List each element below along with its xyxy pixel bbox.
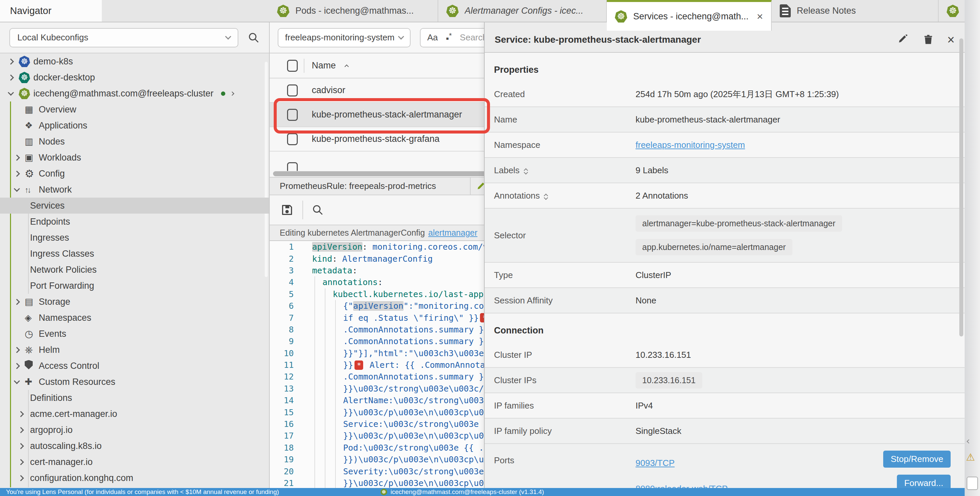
sidebar-item[interactable]: Access Control: [0, 358, 269, 374]
sidebar-item[interactable]: Services: [0, 197, 269, 214]
code-token: apiVersion: [353, 301, 404, 311]
sidebar-item[interactable]: Helm: [0, 342, 269, 358]
namespace-selector[interactable]: freeleaps-monitoring-system: [278, 28, 410, 48]
tree-chevron-icon[interactable]: [14, 154, 20, 161]
sidebar-item[interactable]: Workloads: [0, 149, 269, 165]
details-scrollbar[interactable]: [959, 38, 963, 337]
row-checkbox[interactable]: [287, 84, 298, 97]
sidebar-item[interactable]: Network Policies: [0, 262, 269, 278]
tab-close-icon[interactable]: ×: [757, 11, 763, 22]
sidebar-item[interactable]: Definitions: [0, 390, 269, 406]
close-icon[interactable]: ×: [947, 33, 955, 46]
app-tab[interactable]: ☸ Alertmanager Configs - icec...: [438, 0, 607, 22]
sidebar-item-label: Definitions: [30, 393, 72, 403]
applications-icon: [25, 120, 39, 131]
tree-chevron-icon[interactable]: [14, 378, 20, 384]
indent-guide: [314, 277, 315, 488]
search-icon[interactable]: [248, 32, 260, 44]
sidebar-item[interactable]: Nodes: [0, 134, 269, 149]
match-case-toggle[interactable]: Aa: [427, 32, 438, 43]
tree-chevron-icon[interactable]: [14, 299, 20, 305]
chevron-left-icon[interactable]: [967, 439, 971, 444]
sidebar-item[interactable]: argoproj.io: [0, 422, 269, 438]
sidebar-item[interactable]: ☸ icecheng@mathmast.com@freeleaps-cluste…: [0, 86, 269, 102]
tree-chevron-icon[interactable]: [14, 347, 20, 353]
tree-chevron-icon[interactable]: [18, 475, 24, 481]
resource-link[interactable]: alertmanager: [428, 228, 477, 238]
namespace-link[interactable]: freeleaps-monitoring-system: [636, 140, 745, 150]
cluster-connected-dot: [221, 91, 225, 96]
sidebar-item[interactable]: Custom Resources: [0, 374, 269, 390]
sidebar-item[interactable]: Ingresses: [0, 230, 269, 246]
port-link[interactable]: 8080:reloader-web/TCP: [636, 484, 728, 488]
select-all-checkbox[interactable]: [287, 60, 298, 72]
tree-chevron-icon[interactable]: [14, 186, 20, 192]
line-number: 17: [270, 431, 294, 440]
sidebar-item[interactable]: Overview: [0, 102, 269, 118]
tree-chevron-icon[interactable]: [18, 427, 24, 433]
edit-icon[interactable]: [897, 34, 909, 46]
expander-icon[interactable]: [544, 192, 547, 199]
detail-row: Labels 9 Labels: [485, 158, 965, 183]
editor-search-icon[interactable]: [312, 204, 324, 216]
kubeconfig-selector[interactable]: Local Kubeconfigs: [10, 28, 238, 48]
cluster-status-text: ☸ icecheng@mathmast.com@freeleaps-cluste…: [380, 488, 544, 496]
tree-chevron-icon[interactable]: [18, 459, 24, 465]
tree-chevron-icon[interactable]: [18, 443, 24, 449]
cluster-chevron-icon[interactable]: [230, 91, 234, 96]
annotation-highlight-box: [274, 98, 490, 134]
delete-icon[interactable]: [923, 34, 934, 46]
code-text: }}\u003c/p\u003e\n\u003cp\u003: [294, 478, 494, 488]
tree-chevron-icon[interactable]: [14, 363, 20, 369]
sidebar-item[interactable]: Events: [0, 326, 269, 342]
sidebar-item-label: docker-desktop: [33, 72, 95, 83]
tab-label: Services - icecheng@math...: [633, 11, 749, 22]
name-column-header[interactable]: Name: [312, 60, 336, 71]
tab-kubernetes-icon: ☸: [615, 10, 627, 23]
row-checkbox[interactable]: [287, 162, 298, 171]
app-tab[interactable]: Release Notes: [772, 0, 939, 22]
detail-row: Cluster IP 10.233.16.151: [485, 342, 965, 368]
save-icon[interactable]: [280, 203, 294, 217]
detail-value: 2 Annotations: [636, 191, 688, 201]
forward-button[interactable]: Forward...: [897, 475, 951, 488]
tree-chevron-icon[interactable]: [8, 59, 14, 64]
tree-chevron-icon[interactable]: [14, 170, 20, 176]
code-token: }}\u003c/strong\u003e\u003c/h3: [343, 384, 494, 394]
sidebar-item[interactable]: Applications: [0, 118, 269, 134]
sort-ascending-icon[interactable]: [344, 64, 349, 69]
section-title: Connection: [485, 313, 965, 342]
value-chip: 10.233.16.151: [636, 372, 702, 388]
app-tab[interactable]: ☸ Services - icecheng@math... ×: [607, 0, 772, 31]
sidebar-item-label: autoscaling.k8s.io: [30, 441, 102, 451]
sidebar-item[interactable]: ☸ demo-k8s: [0, 53, 269, 70]
tree-chevron-icon[interactable]: [18, 411, 24, 417]
sidebar-item[interactable]: Network: [0, 181, 269, 197]
tree-chevron-icon[interactable]: [8, 89, 14, 95]
overview-icon: [25, 104, 39, 115]
regex-toggle[interactable]: ▪*: [446, 31, 452, 44]
sidebar-item[interactable]: ☸ docker-desktop: [0, 70, 269, 86]
tree-chevron-icon[interactable]: [8, 75, 14, 80]
kubernetes-icon: ☸: [380, 489, 387, 495]
sidebar-item[interactable]: cert-manager.io: [0, 454, 269, 470]
events-icon: [25, 328, 39, 339]
sidebar-item[interactable]: Ingress Classes: [0, 246, 269, 262]
row-checkbox[interactable]: [287, 133, 298, 145]
sidebar-item[interactable]: Config: [0, 165, 269, 181]
sidebar-item[interactable]: configuration.konghq.com: [0, 470, 269, 486]
sidebar-item[interactable]: Port Forwarding: [0, 278, 269, 294]
tab-kubernetes-icon: ☸: [446, 5, 459, 17]
stop-remove-button[interactable]: Stop/Remove: [883, 451, 951, 467]
detail-row: Annotations 2 Annotations: [485, 183, 965, 208]
expander-icon[interactable]: [524, 167, 527, 174]
port-link[interactable]: 9093/TCP: [636, 458, 728, 468]
sidebar-item-label: configuration.konghq.com: [30, 473, 133, 483]
sidebar-item[interactable]: Storage: [0, 294, 269, 310]
navigator-title: Navigator: [10, 5, 51, 16]
sidebar-item[interactable]: autoscaling.k8s.io: [0, 438, 269, 454]
sidebar-item[interactable]: acme.cert-manager.io: [0, 406, 269, 422]
sidebar-item[interactable]: Endpoints: [0, 214, 269, 230]
app-tab[interactable]: ☸ Pods - icecheng@mathmas...: [269, 0, 438, 22]
sidebar-item[interactable]: Namespaces: [0, 310, 269, 326]
